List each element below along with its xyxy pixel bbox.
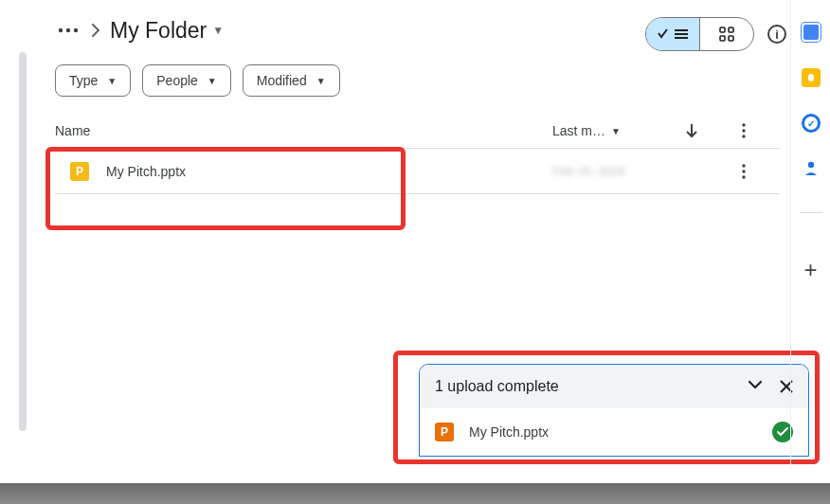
more-icon[interactable] [55, 17, 81, 44]
breadcrumb: My Folder ▼ i [19, 0, 786, 44]
column-name[interactable]: Name [55, 123, 552, 138]
folder-title-dropdown[interactable]: My Folder ▼ [110, 18, 224, 44]
toolbar-right: i [645, 17, 786, 51]
file-name-cell: P My Pitch.pptx [55, 162, 552, 181]
powerpoint-file-icon: P [435, 423, 454, 441]
slides-file-icon: P [70, 162, 89, 181]
keep-icon[interactable] [802, 68, 821, 87]
upload-item[interactable]: P My Pitch.pptx [420, 408, 808, 456]
side-divider [800, 212, 822, 213]
file-more-icon[interactable] [742, 164, 780, 179]
caret-down-icon: ▼ [208, 76, 217, 86]
svg-point-12 [742, 129, 745, 132]
folder-title-text: My Folder [110, 18, 207, 44]
caret-down-icon: ▼ [611, 126, 621, 136]
svg-point-19 [807, 162, 813, 168]
caret-down-icon: ▼ [316, 76, 326, 86]
filter-modified[interactable]: Modified▼ [243, 64, 340, 97]
window-bottom-bar [0, 483, 830, 504]
caret-down-icon: ▼ [107, 76, 117, 86]
contacts-icon[interactable] [803, 159, 820, 176]
sort-direction[interactable] [685, 123, 742, 138]
chevron-right-icon [91, 24, 100, 37]
info-icon[interactable]: i [767, 25, 786, 44]
header-more-icon[interactable] [742, 123, 780, 138]
svg-point-13 [742, 135, 745, 137]
file-name: My Pitch.pptx [106, 164, 186, 179]
file-modified: Feb 15, 2024 [552, 164, 685, 178]
svg-rect-6 [720, 27, 725, 32]
svg-point-14 [742, 164, 745, 167]
view-toggle [645, 17, 754, 51]
column-last-modified[interactable]: Last m… ▼ [552, 123, 685, 138]
svg-point-0 [59, 28, 63, 32]
list-view-button[interactable] [646, 18, 699, 50]
tasks-icon[interactable] [802, 114, 821, 133]
svg-point-1 [66, 28, 70, 32]
upload-status-panel: 1 upload complete P My Pitch.pptx [419, 364, 809, 457]
add-addon-icon[interactable]: + [803, 257, 817, 283]
svg-rect-7 [729, 27, 733, 32]
svg-point-16 [742, 175, 745, 178]
upload-title: 1 upload complete [435, 378, 559, 395]
collapse-icon[interactable] [748, 380, 763, 393]
svg-rect-9 [729, 36, 733, 41]
svg-rect-8 [720, 36, 725, 41]
file-row[interactable]: P My Pitch.pptx Feb 15, 2024 [55, 149, 780, 194]
side-panel: + [790, 0, 830, 469]
list-header: Name Last m… ▼ [55, 123, 780, 149]
svg-point-2 [74, 28, 78, 32]
calendar-icon[interactable] [802, 23, 821, 42]
svg-point-15 [742, 170, 745, 172]
upload-panel-header: 1 upload complete [420, 365, 808, 408]
filter-type[interactable]: Type▼ [55, 64, 131, 97]
grid-view-button[interactable] [700, 18, 753, 50]
svg-point-11 [742, 123, 745, 126]
filter-chips: Type▼ People▼ Modified▼ [19, 44, 786, 97]
upload-file-name: My Pitch.pptx [469, 424, 757, 440]
filter-people[interactable]: People▼ [142, 64, 231, 97]
caret-down-icon: ▼ [212, 24, 224, 37]
